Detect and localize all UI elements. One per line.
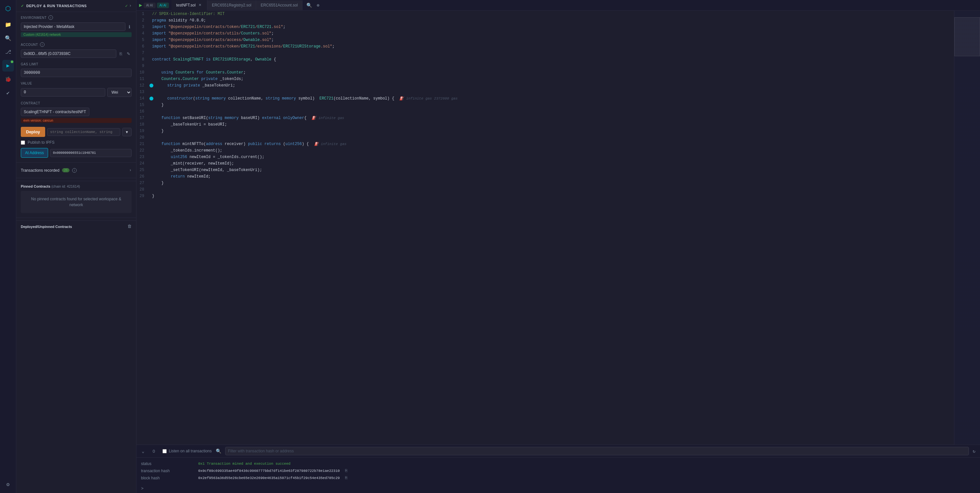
code-line: 26 return newItemId; [137, 173, 954, 180]
value-input[interactable] [21, 88, 105, 97]
deployed-contracts-trash-icon[interactable]: 🗑 [127, 224, 132, 229]
publish-ipfs-checkbox[interactable] [21, 140, 25, 145]
deploy-dropdown-btn[interactable]: ▼ [122, 128, 132, 136]
sidebar-icon-deploy[interactable]: ▶ [2, 60, 14, 72]
line-code: // SPDX-License-Identifier: MIT [150, 11, 954, 17]
filter-search-icon[interactable]: 🔍 [216, 448, 221, 454]
line-code: _tokenIds.increment(); [150, 147, 954, 154]
ai-badge-1[interactable]: AI AI [144, 3, 156, 8]
tab-testnft[interactable]: testNFT.sol ✕ [172, 0, 207, 11]
code-line: 23 uint256 newItemId = _tokenIds.current… [137, 154, 954, 160]
transactions-count-badge: 26 [62, 168, 70, 172]
line-number: 1 [137, 11, 150, 17]
value-unit-select[interactable]: Wei Gwei Finney Ether [107, 88, 132, 97]
environment-info-icon[interactable]: i [48, 15, 53, 20]
code-line: 7 [137, 50, 954, 56]
account-label: ACCOUNT i [16, 39, 136, 48]
filter-input[interactable] [225, 447, 969, 455]
line-number: 4 [137, 30, 150, 37]
at-address-button[interactable]: At Address [21, 148, 48, 158]
code-editor[interactable]: 1// SPDX-License-Identifier: MIT2pragma … [137, 11, 954, 445]
panel-header-more-icon[interactable]: › [129, 3, 132, 8]
tab-testnft-close[interactable]: ✕ [197, 3, 202, 8]
tab-erc6551account[interactable]: ERC6551Account.sol [256, 0, 302, 10]
bottom-tx-count: 0 [149, 449, 159, 454]
code-line: 9 [137, 63, 954, 69]
line-number: 27 [137, 180, 150, 186]
account-select[interactable]: 0x90D...6fbf5 (0.0373938C [21, 49, 116, 58]
environment-info-btn[interactable]: ℹ [127, 24, 132, 30]
deploy-button[interactable]: Deploy [21, 127, 45, 137]
gas-hint: ⛽ infinite gas [314, 142, 347, 146]
tx-hash-label: transaction hash [141, 469, 193, 473]
deploy-param-input[interactable] [47, 128, 120, 136]
line-code: uint256 newItemId = _tokenIds.current(); [150, 154, 954, 160]
deploy-active-indicator [11, 61, 13, 63]
publish-ipfs-label[interactable]: Publish to IPFS [28, 140, 54, 145]
code-line: 8contract ScalingETHNFT is ERC721URIStor… [137, 56, 954, 63]
account-row: 0x90D...6fbf5 (0.0373938C ⎘ ✎ [16, 48, 136, 59]
sidebar-icon-git[interactable]: ⎇ [2, 46, 14, 58]
account-copy-btn[interactable]: ⎘ [118, 51, 124, 57]
line-number: 26 [137, 173, 150, 180]
sidebar-icon-files[interactable]: 📁 [2, 19, 14, 30]
main-area: ▶ AI AI AI AI testNFT.sol ✕ ERC6551Regis… [137, 0, 980, 493]
panel-header-check-icon[interactable]: ✓ [125, 3, 128, 8]
deployed-contracts-title: Deployed/Unpinned Contracts [21, 225, 72, 229]
gas-limit-input[interactable] [21, 69, 132, 77]
line-code: string private _baseTokenUri; [155, 82, 954, 89]
block-hash-row: block hash 0x2ef9563a36d55e26cbe65e32e26… [141, 474, 975, 482]
line-code: constructor(string memory collectionName… [155, 95, 954, 102]
block-hash-copy-icon[interactable]: ⎘ [345, 476, 347, 480]
line-number: 13 [137, 89, 150, 95]
transactions-label: Transactions recorded 26 i [21, 168, 77, 173]
sidebar-icon-logo[interactable]: ⬡ [2, 3, 14, 14]
tx-hash-copy-icon[interactable]: ⎘ [345, 469, 347, 473]
environment-select[interactable]: Injected Provider - MetaMask [21, 22, 126, 31]
transactions-expand-icon[interactable]: › [129, 168, 132, 173]
line-number: 10 [137, 69, 150, 76]
line-code: _baseTokenUri = baseURI; [150, 121, 954, 128]
listen-all-label[interactable]: Listen on all transactions [169, 449, 212, 453]
sidebar-icon-search[interactable]: 🔍 [2, 32, 14, 44]
sidebar-icon-settings-bottom[interactable]: ⚙ [2, 479, 14, 490]
transactions-row[interactable]: Transactions recorded 26 i › [16, 165, 136, 175]
tx-hash-row: transaction hash 0x0cf89c699335ae49f8436… [141, 467, 975, 474]
at-address-input[interactable] [50, 149, 132, 157]
bottom-toolbar: ⌄ 0 Listen on all transactions 🔍 ↻ [137, 445, 980, 458]
editor-wrapper: 1// SPDX-License-Identifier: MIT2pragma … [137, 11, 980, 445]
deploy-row: Deploy ▼ [16, 125, 136, 139]
tab-bar: ▶ AI AI AI AI testNFT.sol ✕ ERC6551Regis… [137, 0, 980, 11]
line-code: function setBaseURI(string memory baseUR… [150, 115, 954, 121]
tab-erc6551registry-label: ERC6551Registry2.sol [212, 3, 251, 8]
contract-select[interactable]: ScalingETHNFT - contracts/testNFT [21, 108, 89, 116]
transactions-info-icon[interactable]: i [72, 168, 77, 173]
at-address-row: At Address [16, 146, 136, 160]
tx-status-value: 0x1 Transaction mined and execution succ… [198, 462, 291, 466]
ai-badge-2[interactable]: AI AI [157, 3, 169, 8]
tab-erc6551registry[interactable]: ERC6551Registry2.sol [207, 0, 256, 10]
tab-search-icon[interactable]: 🔍 [305, 1, 313, 10]
terminal-prompt[interactable]: > [137, 484, 980, 493]
listen-all-checkbox[interactable] [162, 449, 167, 453]
run-icon[interactable]: ▶ [139, 2, 142, 8]
environment-label: ENVIRONMENT i [16, 12, 136, 21]
bottom-collapse-icon[interactable]: ⌄ [141, 448, 145, 455]
account-info-icon[interactable]: i [40, 42, 45, 47]
line-number: 25 [137, 167, 150, 173]
spinner-icon[interactable]: ↻ [973, 448, 975, 454]
code-line: 4import "@openzeppelin/contracts/utils/C… [137, 30, 954, 37]
tab-zoom-icon[interactable]: ⊕ [315, 1, 320, 10]
account-edit-btn[interactable]: ✎ [126, 51, 132, 57]
sidebar-icon-debug[interactable]: 🐞 [2, 73, 14, 85]
gas-limit-label: GAS LIMIT [16, 59, 136, 67]
tab-testnft-label: testNFT.sol [176, 3, 196, 8]
tx-hash-value: 0x0cf89c699335ae49f8436c9960777bbd7df141… [198, 469, 340, 473]
code-line: 20 [137, 134, 954, 141]
line-code: _setTokenURI(newItemId, _baseTokenUri); [150, 167, 954, 173]
line-number: 20 [137, 134, 150, 141]
code-line: 28 [137, 186, 954, 193]
pinned-chain-id: (chain id: 421614) [51, 184, 80, 188]
sidebar-icon-test[interactable]: ✔ [2, 87, 14, 99]
listen-all-row: Listen on all transactions [162, 449, 212, 453]
